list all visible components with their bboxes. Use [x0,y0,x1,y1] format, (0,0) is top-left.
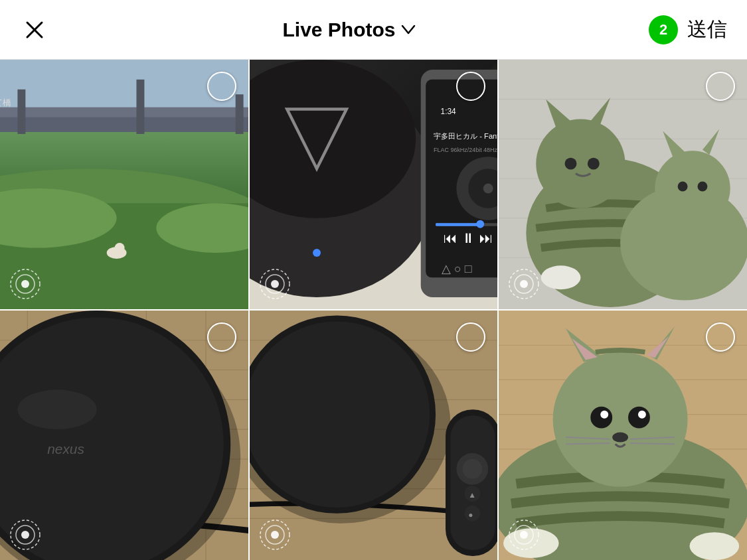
svg-text:△  ○  □: △ ○ □ [442,262,472,275]
svg-point-117 [612,433,628,443]
title-dropdown[interactable]: Live Photos [282,19,415,41]
photo-cell-1[interactable]: やのって橋 [0,60,248,309]
live-icon-6 [508,519,540,551]
live-icon-5 [259,519,291,551]
svg-point-48 [537,119,625,208]
svg-rect-4 [0,107,248,117]
svg-point-55 [678,182,688,192]
photo-cell-3[interactable] [499,60,747,309]
svg-line-121 [630,443,675,444]
svg-point-81 [21,531,29,539]
svg-point-40 [271,280,279,288]
photo-cell-6[interactable] [499,311,747,560]
svg-text:1:34: 1:34 [440,107,456,116]
select-circle-2[interactable] [456,72,485,101]
svg-point-56 [698,182,708,192]
svg-text:FLAC 96kHz/24bit 48Hz: FLAC 96kHz/24bit 48Hz [434,147,497,153]
close-icon [25,20,44,40]
svg-text:宇多田ヒカル - Fantôme: 宇多田ヒカル - Fantôme [434,132,498,140]
svg-rect-35 [436,223,480,226]
svg-point-22 [313,249,321,257]
svg-point-116 [638,411,646,419]
svg-point-92 [250,321,430,508]
svg-text:やのって橋: やのって橋 [0,98,11,107]
svg-point-113 [591,407,613,429]
live-icon-2 [259,268,291,300]
svg-point-17 [21,280,29,288]
svg-point-103 [271,531,279,539]
photo-cell-5[interactable]: ▲ ● [250,311,498,560]
svg-point-50 [588,158,600,170]
svg-rect-5 [17,90,25,134]
svg-point-78 [17,389,96,429]
chevron-down-icon [401,22,416,39]
select-circle-1[interactable] [207,72,236,101]
live-icon-1 [9,268,41,300]
photo-grid: やのって橋 1:34 [0,60,747,560]
svg-text:nexus: nexus [47,441,84,456]
svg-point-32 [483,184,493,194]
svg-rect-6 [136,80,144,134]
page-title: Live Photos [282,19,395,41]
svg-point-59 [520,280,528,288]
photo-cell-4[interactable]: nexus [0,311,248,560]
svg-point-96 [462,459,482,479]
svg-rect-7 [236,94,244,134]
svg-point-112 [553,352,688,487]
svg-text:▲: ▲ [468,490,476,500]
close-button[interactable] [20,15,49,44]
svg-text:●: ● [468,510,473,520]
photo-cell-2[interactable]: 1:34 宇多田ヒカル - Fantôme FLAC 96kHz/24bit 4… [250,60,498,309]
send-area: 2 送信 [649,15,727,44]
header: Live Photos 2 送信 [0,0,747,60]
live-icon-4 [9,519,41,551]
svg-text:⏮  ⏸  ⏭: ⏮ ⏸ ⏭ [444,230,493,245]
svg-point-51 [541,265,581,289]
select-circle-5[interactable] [456,322,485,352]
svg-point-126 [520,531,528,539]
svg-point-114 [628,407,650,429]
send-button[interactable]: 送信 [687,16,727,43]
svg-line-119 [566,443,610,444]
svg-point-123 [690,532,740,560]
svg-point-54 [655,151,730,226]
selection-badge: 2 [649,15,678,44]
svg-point-49 [565,158,577,170]
svg-point-36 [476,220,484,228]
select-circle-3[interactable] [706,72,735,101]
live-icon-3 [508,268,540,300]
select-circle-6[interactable] [706,322,735,352]
svg-point-115 [601,411,609,419]
select-circle-4[interactable] [207,322,236,352]
svg-point-13 [115,243,125,253]
